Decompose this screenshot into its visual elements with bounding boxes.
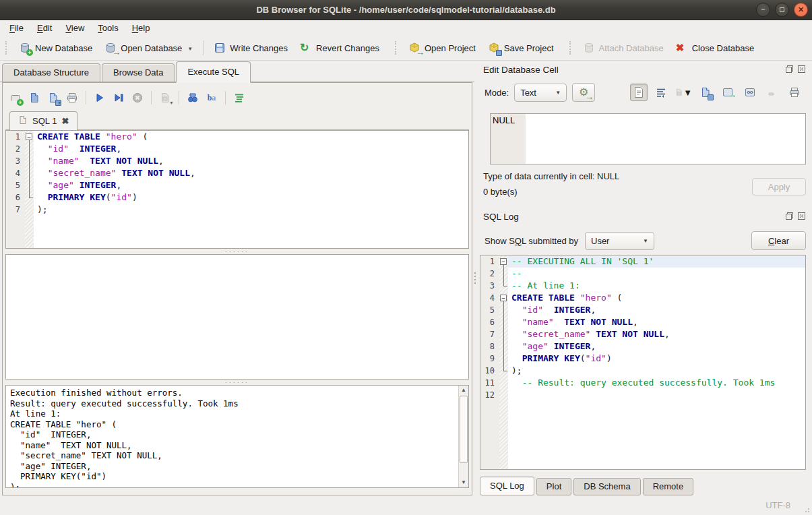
attach-database-button[interactable]: Attach Database [577,38,670,57]
menu-edit[interactable]: Edit [30,22,59,34]
new-database-button[interactable]: + New Database [13,38,98,57]
find-replace-button[interactable]: ba [203,89,220,107]
execute-sql-panel: + ▼ [2,82,472,495]
close-button[interactable]: ✕ [794,3,808,17]
mode-label: Mode: [485,88,509,98]
new-database-icon: + [19,42,31,54]
apply-button[interactable]: Apply [752,178,806,195]
tab-browse-data[interactable]: Browse Data [102,63,175,82]
splitter-handle-icon: ······ [225,380,249,384]
menu-help[interactable]: Help [125,22,157,34]
main-tabbar: Database Structure Browse Data Execute S… [0,61,474,82]
code-line-7: 7); [6,204,468,216]
open-in-external-button[interactable]: → [719,84,737,101]
clear-log-button[interactable]: Clear [751,231,806,250]
code-line-5: 5 "age" INTEGER, [6,179,468,191]
tab-database-structure[interactable]: Database Structure [2,63,100,82]
auto-format-button[interactable] [230,89,248,107]
find-icon [187,92,199,104]
close-database-button[interactable]: ✖ Close Database [670,38,761,57]
tab-remote[interactable]: Remote [643,478,694,495]
menu-view[interactable]: View [59,22,91,34]
remove-icon [767,87,778,98]
cell-editor[interactable]: NULL [490,113,806,164]
open-database-button[interactable]: → Open Database ▼ [98,38,199,57]
right-dock: Edit Database Cell Mode: Text ▼ ⚙ → [476,61,812,495]
write-changes-button[interactable]: Write Changes [208,38,294,57]
menubar: File Edit View Tools Help [0,20,812,36]
tab-execute-sql[interactable]: Execute SQL [176,61,251,83]
print-cell-button[interactable] [786,84,803,101]
save-sql-dropdown-icon[interactable]: ▼ [57,100,62,105]
execute-all-button[interactable] [91,89,108,107]
find-button[interactable] [184,89,201,107]
save-project-button[interactable]: Save Project [482,38,560,57]
export-cell-data-button[interactable] [697,84,714,101]
open-database-dropdown-icon[interactable]: ▼ [187,46,193,54]
set-null-button[interactable] [763,84,781,101]
grid-message-splitter[interactable]: ······ [5,380,469,385]
mode-select[interactable]: Text ▼ [514,84,567,102]
open-project-label: Open Project [425,43,476,53]
toolbar-grip[interactable] [395,41,400,55]
close-sql-tab-icon[interactable]: ✖ [61,116,69,126]
tab-sql-log[interactable]: SQL Log [480,477,534,495]
stop-execution-button[interactable] [129,89,146,107]
scroll-down-icon[interactable]: ▼ [459,478,468,487]
tab-db-schema[interactable]: DB Schema [573,478,640,495]
open-url-button[interactable] [741,84,759,101]
edit-cell-title: Edit Database Cell [483,65,559,75]
save-results-dropdown-icon[interactable]: ▼ [169,100,174,105]
auto-switch-mode-button[interactable]: ⚙ → [572,83,595,102]
revert-changes-button[interactable]: ↻ Revert Changes [294,38,385,57]
minimize-button[interactable]: − [756,3,770,17]
titlebar: DB Browser for SQLite - /home/user/code/… [0,0,812,20]
code-line-5: 5 "id" INTEGER, [480,304,805,316]
code-line-8: 8 "age" INTEGER, [480,340,805,353]
float-dock-icon[interactable] [785,212,794,221]
toolbar-grip[interactable] [569,41,574,55]
scrollbar-thumb[interactable] [460,396,468,463]
sql-tab-label: SQL 1 [32,116,57,126]
link-icon [744,86,756,98]
gear-icon: ⚙ → [577,86,590,98]
toolbar-grip[interactable] [5,41,10,55]
save-as-icon [699,86,712,98]
text-mode-button[interactable] [630,84,648,101]
sql-log-pane[interactable]: 1−-- EXECUTING ALL IN 'SQL 1'2--3-- At l… [480,255,806,470]
main-toolbar: + New Database → Open Database ▼ Write C… [0,36,812,61]
open-project-icon: → [408,42,420,54]
close-database-label: Close Database [692,43,755,53]
submitted-by-select[interactable]: User ▼ [585,232,654,250]
editor-results-splitter[interactable]: ······ [5,249,469,254]
new-sql-tab-button[interactable]: + [7,89,24,107]
save-sql-file-button[interactable]: ▼ [44,89,62,107]
tab-plot[interactable]: Plot [536,478,571,495]
sql-file-icon [18,115,28,127]
maximize-button[interactable] [775,3,789,17]
open-project-button[interactable]: → Open Project [402,38,482,57]
import-cell-data-button[interactable]: ▼ [675,84,692,101]
execute-all-icon [94,92,106,104]
message-scrollbar[interactable]: ▲ ▼ [458,386,468,487]
word-wrap-button[interactable] [652,84,670,101]
sql-toolbar-separator [86,91,86,104]
execute-current-line-button[interactable] [110,89,127,107]
float-dock-icon[interactable] [785,65,794,74]
print-sql-button[interactable] [63,89,81,107]
stop-icon [131,92,144,104]
sql-editor[interactable]: 1−CREATE TABLE "hero" (2 "id" INTEGER,3 … [5,130,469,249]
close-dock-icon[interactable] [797,65,807,74]
resize-grip[interactable] [803,506,809,512]
scroll-up-icon[interactable]: ▲ [459,386,468,395]
open-sql-file-button[interactable] [26,89,43,107]
close-dock-icon[interactable] [797,212,807,221]
tab-sql-1[interactable]: SQL 1 ✖ [9,111,77,130]
menu-file[interactable]: File [3,22,30,34]
results-grid[interactable] [5,254,469,380]
revert-changes-label: Revert Changes [316,43,379,53]
sql-toolbar-separator [179,91,179,104]
code-line-2: 2 "id" INTEGER, [6,143,468,155]
save-results-button[interactable]: ▼ [156,89,174,107]
menu-tools[interactable]: Tools [91,22,125,34]
